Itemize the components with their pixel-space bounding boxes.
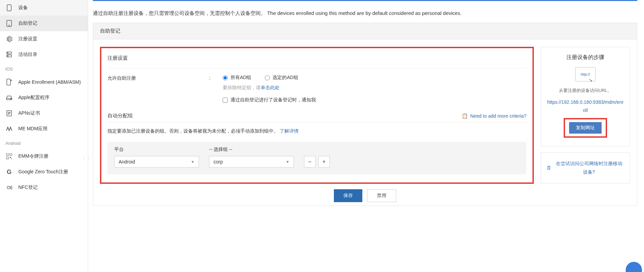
sidebar-item-emm-token[interactable]: EMM令牌注册 xyxy=(0,149,88,164)
group-select[interactable]: corp ▼ xyxy=(209,156,294,168)
platform-select[interactable]: Android ▼ xyxy=(114,156,199,168)
sidebar-item-label: Apple配置程序 xyxy=(18,95,49,101)
sidebar-item-label: 自助登记 xyxy=(18,20,37,26)
sidebar-item-label: ME MDM应用 xyxy=(18,126,47,132)
sidebar-item-apns[interactable]: APNs证书 xyxy=(0,105,88,121)
svg-point-9 xyxy=(11,99,11,99)
sidebar-item-zero-touch[interactable]: G Google Zero Touch注册 xyxy=(0,164,88,180)
svg-rect-11 xyxy=(6,154,8,156)
sidebar-item-label: APNs证书 xyxy=(18,110,40,116)
chevron-down-icon: ▼ xyxy=(191,160,195,164)
add-row-button[interactable]: + xyxy=(318,156,330,168)
sidebar-item-apple-config[interactable]: Apple配置程序 xyxy=(0,90,88,105)
sidebar-item-devices[interactable]: 设备 xyxy=(0,0,88,16)
svg-rect-14 xyxy=(10,157,11,158)
disable-button[interactable]: 禁用 xyxy=(367,189,396,202)
notify-label: 通过自助登记进行了设备登记时，通知我 xyxy=(230,97,316,103)
secondary-info-card: 🗓 在尝试访问公司网络时注册移动设备? xyxy=(541,152,630,183)
sidebar-item-label: NFC登记 xyxy=(18,184,38,191)
intro-text: 通过自助注册注册设备，您只需管理公司设备空间，无需控制个人设备空间。 The d… xyxy=(88,2,644,23)
platform-value: Android xyxy=(119,159,135,164)
copy-url-button[interactable]: 复制网址 xyxy=(569,122,602,134)
steps-title: 注册设备的步骤 xyxy=(547,54,624,61)
tablet-icon xyxy=(5,20,13,27)
svg-rect-13 xyxy=(6,157,8,159)
sidebar-item-me-mdm[interactable]: ME MDM应用 xyxy=(0,121,88,137)
sidebar-section-ios: iOS xyxy=(0,62,88,74)
auto-assign-title: 自动分配组 xyxy=(107,113,133,119)
certificate-icon xyxy=(5,110,13,117)
svg-rect-0 xyxy=(7,5,11,11)
platform-column-header: 平台 xyxy=(114,147,199,153)
svg-point-5 xyxy=(7,53,8,53)
exclude-hint: 要排除特定组，请单击此处 xyxy=(223,85,526,91)
learn-more-link[interactable]: 了解详情 xyxy=(280,128,299,134)
sidebar-item-active-directory[interactable]: 活动目录 xyxy=(0,47,88,62)
need-criteria-link[interactable]: 📋 Need to add more criteria? xyxy=(462,113,526,119)
gear-icon xyxy=(5,35,13,43)
sidebar-item-label: Google Zero Touch注册 xyxy=(18,169,68,175)
drag-handle-icon[interactable]: ⋮⋮ xyxy=(82,155,90,161)
notify-checkbox[interactable] xyxy=(223,98,228,103)
group-column-header: -- 选择组 -- xyxy=(209,147,520,153)
sidebar-section-android: Android xyxy=(0,137,88,149)
radio-selected-ad[interactable]: 选定的AD组 xyxy=(265,75,298,81)
chevron-down-icon: ▼ xyxy=(286,160,289,164)
radio-all-ad-input[interactable] xyxy=(223,75,228,80)
svg-point-16 xyxy=(7,186,10,189)
svg-point-6 xyxy=(7,56,8,56)
mdm-logo-icon xyxy=(5,125,13,133)
sidebar-item-nfc[interactable]: NFC登记 xyxy=(0,180,88,195)
assign-table: 平台 -- 选择组 -- Android ▼ corp ▼ xyxy=(107,142,526,174)
allow-self-enroll-label: 允许自助注册 xyxy=(107,75,209,81)
panel-title: 自助登记 xyxy=(93,23,637,39)
enroll-on-network-link[interactable]: 🗓 在尝试访问公司网络时注册移动设备? xyxy=(546,159,624,176)
radio-all-ad-text: 所有AD组 xyxy=(230,75,251,81)
qr-icon xyxy=(5,153,13,160)
self-enroll-panel: 自助登记 注册设置 允许自助注册 : 所有AD组 xyxy=(93,23,637,206)
svg-rect-15 xyxy=(11,158,12,159)
steps-desc: 从要注册的设备访问URL。 xyxy=(547,88,624,94)
svg-rect-12 xyxy=(10,154,12,156)
drive-icon xyxy=(5,94,13,101)
sidebar-item-enroll-settings[interactable]: 注册设置 xyxy=(0,31,88,47)
enroll-settings-title: 注册设置 xyxy=(107,53,526,69)
phone-plus-icon xyxy=(5,78,13,86)
calendar-icon: 📋 xyxy=(462,113,468,119)
svg-rect-7 xyxy=(7,79,11,85)
group-value: corp xyxy=(214,159,223,164)
remove-row-button[interactable]: − xyxy=(304,156,316,168)
auto-assign-desc: 指定要添加已注册设备的组。否则，设备将被视为未分配，必须手动添加到组中。 了解详… xyxy=(107,128,526,134)
sidebar-item-label: Apple Enrollment (ABM/ASM) xyxy=(18,79,81,85)
sidebar-item-label: 注册设置 xyxy=(18,36,37,42)
settings-highlight-box: 注册设置 允许自助注册 : 所有AD组 xyxy=(100,47,534,184)
enroll-steps-card: 注册设备的步骤 http:// 从要注册的设备访问URL。 https://19… xyxy=(541,47,630,146)
svg-point-2 xyxy=(9,25,9,26)
device-icon xyxy=(5,4,13,12)
save-button[interactable]: 保存 xyxy=(334,189,362,202)
sidebar-item-label: 活动目录 xyxy=(18,52,37,58)
calendar-icon: 🗓 xyxy=(546,163,551,172)
sidebar-item-label: EMM令牌注册 xyxy=(18,153,48,159)
form-actions: 保存 禁用 xyxy=(93,184,637,206)
copy-url-highlight: 复制网址 xyxy=(564,118,607,138)
sidebar-item-apple-enrollment[interactable]: Apple Enrollment (ABM/ASM) xyxy=(0,74,88,90)
http-icon: http:// xyxy=(575,67,596,81)
google-icon: G xyxy=(5,168,13,176)
radio-selected-ad-input[interactable] xyxy=(265,75,270,80)
nfc-icon xyxy=(5,184,13,191)
click-here-link[interactable]: 单击此处 xyxy=(261,85,280,90)
main-content: 通过自助注册注册设备，您只需管理公司设备空间，无需控制个人设备空间。 The d… xyxy=(88,0,644,272)
radio-all-ad[interactable]: 所有AD组 xyxy=(223,75,251,81)
server-icon xyxy=(5,51,13,58)
sidebar-item-label: 设备 xyxy=(18,5,28,11)
enroll-url-link[interactable]: https://192.168.0.180:9383/mdm/enroll xyxy=(547,98,624,115)
sidebar-item-self-enroll[interactable]: 自助登记 xyxy=(0,16,88,31)
sidebar: 设备 自助登记 注册设置 活动目录 iOS Apple Enrollment xyxy=(0,0,88,272)
radio-selected-ad-text: 选定的AD组 xyxy=(273,75,298,81)
